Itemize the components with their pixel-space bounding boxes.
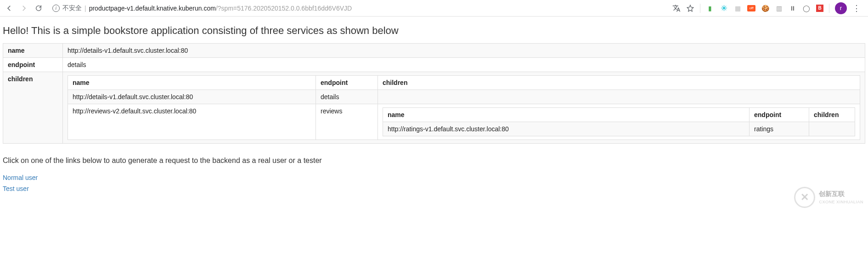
profile-avatar[interactable]: r <box>835 2 847 14</box>
gc-endpoint: ratings <box>750 122 809 136</box>
children-table: name endpoint children http://details-v1… <box>68 75 860 140</box>
extension-icon[interactable]: ◯ <box>802 4 811 12</box>
label-endpoint: endpoint <box>3 58 63 72</box>
root-name: http://details-v1.default.svc.cluster.lo… <box>63 44 865 58</box>
url-path: /?spm=5176.2020520152.0.0.6bbf16dd6V6VJD <box>216 5 352 12</box>
page-content: Hello! This is a simple bookstore applic… <box>0 17 868 211</box>
site-info-icon[interactable]: i <box>52 5 60 12</box>
watermark-logo-icon: ✕ <box>794 187 815 208</box>
child-name: http://reviews-v2.default.svc.cluster.lo… <box>68 104 316 140</box>
service-info-table: name http://details-v1.default.svc.clust… <box>3 43 865 144</box>
extension-icon[interactable]: B <box>816 5 823 12</box>
extension-icon[interactable]: 🍪 <box>761 4 769 12</box>
table-row: http://details-v1.default.svc.cluster.lo… <box>68 90 860 104</box>
label-name: name <box>3 44 63 58</box>
child-endpoint: reviews <box>316 104 378 140</box>
translate-icon[interactable] <box>672 4 681 12</box>
extension-icon[interactable]: ⏸ <box>789 4 797 12</box>
reload-button[interactable] <box>33 3 44 14</box>
grandchildren-table: name endpoint children http://ratings-v1 <box>383 107 855 136</box>
addr-separator: | <box>85 5 86 12</box>
child-children: name endpoint children http://ratings-v1 <box>378 104 860 140</box>
star-icon[interactable] <box>686 4 694 12</box>
watermark-title: 创新互联 <box>819 190 863 198</box>
watermark: ✕ 创新互联 CXONE XINHUALIAN <box>794 187 863 208</box>
child-children <box>378 90 860 104</box>
toolbar-divider <box>829 4 829 13</box>
gc-header-endpoint: endpoint <box>750 108 809 122</box>
table-row: http://ratings-v1.default.svc.cluster.lo… <box>383 122 855 136</box>
watermark-sub: CXONE XINHUALIAN <box>819 200 863 204</box>
page-heading: Hello! This is a simple bookstore applic… <box>3 25 865 37</box>
extension-icon[interactable]: ✳ <box>720 4 728 12</box>
gc-children <box>809 122 855 136</box>
extension-icon[interactable]: ▦ <box>733 4 742 12</box>
forward-button[interactable] <box>18 3 29 14</box>
address-bar[interactable]: i 不安全 | productpage-v1.default.knative.k… <box>48 2 669 15</box>
table-row: http://reviews-v2.default.svc.cluster.lo… <box>68 104 860 140</box>
gc-header-children: children <box>809 108 855 122</box>
extension-icon[interactable]: ▥ <box>775 4 783 12</box>
toolbar-divider <box>700 4 700 13</box>
toolbar-icons: ▮ ✳ ▦ off 🍪 ▥ ⏸ ◯ B r ⋮ <box>672 2 864 14</box>
extension-icon[interactable]: off <box>747 5 755 11</box>
extension-icon[interactable]: ▮ <box>706 4 714 12</box>
child-name: http://details-v1.default.svc.cluster.lo… <box>68 90 316 104</box>
back-button[interactable] <box>4 3 15 14</box>
root-endpoint: details <box>63 58 865 72</box>
url-host: productpage-v1.default.knative.kuberun.c… <box>89 5 216 12</box>
gc-name: http://ratings-v1.default.svc.cluster.lo… <box>383 122 750 136</box>
page-subheading: Click on one of the links below to auto … <box>3 157 865 165</box>
normal-user-link[interactable]: Normal user <box>3 174 38 181</box>
children-header-children: children <box>378 76 860 90</box>
children-cell: name endpoint children http://details-v1… <box>63 72 865 144</box>
children-header-endpoint: endpoint <box>316 76 378 90</box>
gc-header-name: name <box>383 108 750 122</box>
children-header-name: name <box>68 76 316 90</box>
label-children: children <box>3 72 63 144</box>
kebab-menu-icon[interactable]: ⋮ <box>852 3 861 13</box>
test-user-link[interactable]: Test user <box>3 185 29 192</box>
insecure-label: 不安全 <box>62 4 82 12</box>
browser-toolbar: i 不安全 | productpage-v1.default.knative.k… <box>0 0 868 17</box>
child-endpoint: details <box>316 90 378 104</box>
